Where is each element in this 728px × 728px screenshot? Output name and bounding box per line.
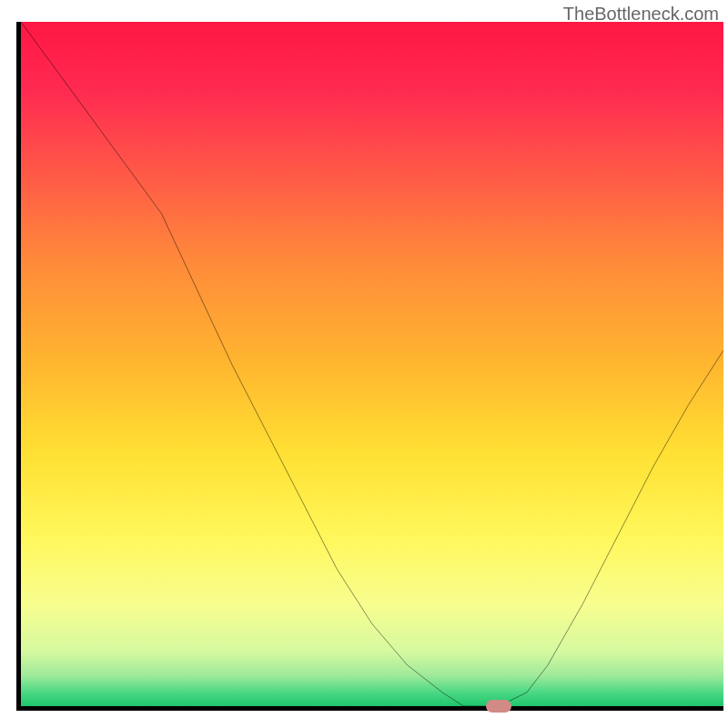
svg-rect-0 [21, 22, 723, 706]
chart-plot-area [16, 22, 723, 711]
optimum-marker [486, 700, 511, 713]
watermark-text: TheBottleneck.com [563, 4, 719, 25]
gradient-background [21, 22, 723, 706]
